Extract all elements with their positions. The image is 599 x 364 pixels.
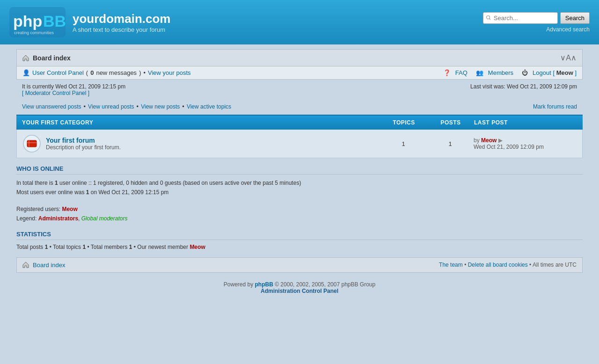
faq-link[interactable]: FAQ <box>455 69 468 76</box>
last-post-info: by Meow ▶ Wed Oct 21, 2009 12:09 pm <box>474 137 577 150</box>
col-lastpost-header: LAST POST <box>474 119 577 126</box>
search-input[interactable] <box>483 12 558 24</box>
site-title: yourdomain.com A short text to describe … <box>73 12 170 33</box>
active-topics-link[interactable]: View active topics <box>187 103 231 110</box>
legend-line: Legend: Administrators, Global moderator… <box>16 214 583 223</box>
site-name: yourdomain.com <box>73 12 170 26</box>
lastpost-user-link[interactable]: Meow <box>481 137 497 144</box>
footer-sep2: • <box>529 262 531 268</box>
current-time: It is currently Wed Oct 21, 2009 12:15 p… <box>22 83 125 90</box>
legend-mod: Global moderators <box>81 215 128 222</box>
unanswered-link[interactable]: View unanswered posts <box>22 103 81 110</box>
svg-text:creating  communities: creating communities <box>14 30 54 35</box>
last-visit: Last visit was: Wed Oct 21, 2009 12:09 p… <box>470 83 577 90</box>
footer-powered: Powered by phpBB © 2000, 2002, 2005, 200… <box>20 281 579 288</box>
admin-panel-link[interactable]: Administration Control Panel <box>261 288 338 294</box>
online-stats-line2: Most users ever online was 1 on Wed Oct … <box>16 188 583 197</box>
newest-member-link[interactable]: Meow <box>190 244 205 250</box>
footer-sep1: • <box>464 262 466 268</box>
online-stats-line1: In total there is 1 user online :: 1 reg… <box>16 178 583 188</box>
lastpost-date: Wed Oct 21, 2009 12:09 pm <box>474 144 544 150</box>
forum-row: Your first forum Description of your fir… <box>16 130 583 158</box>
category-name: YOUR FIRST CATEGORY <box>22 119 380 126</box>
unread-link[interactable]: View unread posts <box>88 103 134 110</box>
ucp-link[interactable]: User Control Panel <box>32 69 84 76</box>
svg-rect-5 <box>27 140 37 147</box>
mod-control-link[interactable]: [ Moderator Control Panel ] <box>22 90 89 96</box>
mark-read-link[interactable]: Mark forums read <box>533 103 577 110</box>
registered-users-line: Registered users: Meow <box>16 204 583 214</box>
svg-text:php: php <box>13 12 42 30</box>
forum-description: Description of your first forum. <box>46 144 380 151</box>
faq-icon: ❓ <box>443 69 451 76</box>
info-bar: It is currently Wed Oct 21, 2009 12:15 p… <box>16 80 583 98</box>
new-messages-count: 0 <box>90 69 94 76</box>
lastpost-by: by <box>474 137 480 144</box>
quick-links: View unanswered posts • View unread post… <box>16 98 583 115</box>
board-index-bar: Board index ∨A∧ <box>16 49 583 66</box>
logout-icon: ⏻ <box>522 69 528 76</box>
bottom-board-index-link[interactable]: Board index <box>33 262 65 269</box>
statistics-header: STATISTICS <box>16 231 583 240</box>
forum-name-link[interactable]: Your first forum <box>46 137 95 144</box>
members-link[interactable]: Members <box>488 69 513 76</box>
phpbb-logo: php BB creating communities <box>9 7 66 37</box>
forum-header: YOUR FIRST CATEGORY TOPICS POSTS LAST PO… <box>16 115 583 130</box>
home-icon <box>22 55 29 61</box>
home-icon-bottom <box>22 262 29 268</box>
nav-bar: 👤 User Control Panel ( 0 new messages ) … <box>16 66 583 80</box>
team-link[interactable]: The team <box>439 262 463 268</box>
logo-area: php BB creating communities yourdomain.c… <box>9 7 170 37</box>
nav-separator: • <box>143 69 146 76</box>
topics-count: 1 <box>380 140 427 147</box>
who-online-section: WHO IS ONLINE In total there is 1 user o… <box>16 165 583 224</box>
ucp-icon: 👤 <box>22 69 30 76</box>
view-post-icon[interactable]: ▶ <box>498 137 503 144</box>
forum-section: YOUR FIRST CATEGORY TOPICS POSTS LAST PO… <box>16 115 583 158</box>
advanced-search-link[interactable]: Advanced search <box>546 26 590 33</box>
new-messages-label: new messages <box>96 69 137 76</box>
footer: Powered by phpBB © 2000, 2002, 2005, 200… <box>16 277 583 298</box>
bottom-bar: Board index The team • Delete all board … <box>16 257 583 273</box>
col-posts-header: POSTS <box>427 119 474 126</box>
view-posts-link[interactable]: View your posts <box>148 69 191 76</box>
registered-user-link[interactable]: Meow <box>62 206 77 212</box>
new-posts-link[interactable]: View new posts <box>141 103 180 110</box>
who-online-header: WHO IS ONLINE <box>16 165 583 175</box>
search-area: Search Advanced search <box>483 12 590 33</box>
board-index-link[interactable]: Board index <box>33 54 71 62</box>
legend-admin: Administrators <box>38 215 78 222</box>
statistics-line: Total posts 1 • Total topics 1 • Total m… <box>16 244 583 250</box>
site-description: A short text to describe your forum <box>73 26 170 33</box>
col-topics-header: TOPICS <box>380 119 427 126</box>
logout-link[interactable]: Logout [ Meow ] <box>533 69 577 76</box>
delete-cookies-link[interactable]: Delete all board cookies <box>468 262 528 268</box>
posts-count: 1 <box>427 140 474 147</box>
timezone: All times are UTC <box>533 262 577 268</box>
phpbb-footer-link[interactable]: phpBB <box>255 281 273 288</box>
footer-links: The team • Delete all board cookies • Al… <box>439 262 577 268</box>
statistics-section: STATISTICS Total posts 1 • Total topics … <box>16 231 583 250</box>
forum-info: Your first forum Description of your fir… <box>46 137 380 151</box>
search-button[interactable]: Search <box>560 12 590 24</box>
svg-text:BB: BB <box>43 12 66 30</box>
resize-icons[interactable]: ∨A∧ <box>560 53 577 62</box>
members-icon: 👥 <box>476 69 483 76</box>
forum-icon <box>22 134 41 153</box>
